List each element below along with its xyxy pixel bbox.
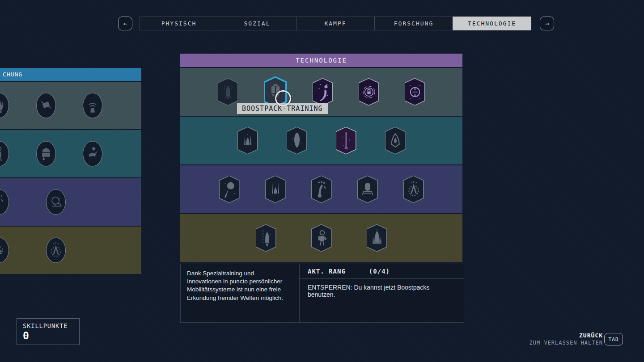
prev-tab-button[interactable]: ← xyxy=(118,17,132,30)
skill-tier-row xyxy=(180,214,462,262)
skill-tier-row xyxy=(0,178,141,226)
technologie-panel: TECHNOLOGIE xyxy=(180,54,462,262)
rocket-blunt-icon xyxy=(288,129,305,152)
skill-tier-row xyxy=(0,130,141,177)
rover-icon xyxy=(0,239,7,261)
rocket-blunt-skill-badge[interactable] xyxy=(287,127,307,155)
compass-gear-icon xyxy=(405,178,422,201)
scanner-icon xyxy=(85,94,101,117)
skill-info-panel: Dank Spezialtraining und Innovationen in… xyxy=(180,264,464,323)
compass-gear-icon xyxy=(48,239,64,261)
tab-key-label: TAB xyxy=(609,337,619,342)
jet-creature-icon xyxy=(85,143,101,165)
rank-header: AKT. RANG (0/4) xyxy=(300,264,464,279)
moon-base-skill-badge[interactable] xyxy=(46,189,66,215)
astronaut-skill-badge[interactable] xyxy=(311,224,332,252)
tab-technologie[interactable]: TECHNOLOGIE xyxy=(453,17,531,30)
glove-skill-badge[interactable] xyxy=(0,93,9,118)
skill-points-value: 0 xyxy=(23,330,79,341)
grand-ship-icon xyxy=(369,227,386,250)
lander-skill-badge[interactable] xyxy=(357,176,378,203)
next-tab-button[interactable]: → xyxy=(540,17,554,30)
back-hint: ZURÜCK ZUM VERLASSEN HALTEN xyxy=(530,332,603,346)
rank-value: (0/4) xyxy=(369,268,390,275)
ship-spires-icon xyxy=(239,129,256,152)
jet-creature-skill-badge[interactable] xyxy=(83,141,102,167)
ship-delta-skill-badge[interactable] xyxy=(385,127,406,155)
weapon-patch-icon xyxy=(38,143,54,165)
tab-key-button[interactable]: TAB xyxy=(604,333,623,345)
skill-rank-section: AKT. RANG (0/4) ENTSPERREN: Du kannst je… xyxy=(300,264,464,322)
ship-spires-skill-badge[interactable] xyxy=(237,127,258,155)
robot-arm-icon xyxy=(0,191,7,213)
ballistic-rocket-icon xyxy=(220,80,237,104)
forschung-panel-title: CHUNG xyxy=(3,71,22,78)
magnifier-planet-skill-badge[interactable] xyxy=(219,176,240,203)
robot-arm-skill-badge[interactable] xyxy=(311,176,332,203)
rocket-swoosh-icon xyxy=(314,80,331,104)
falcon-rocket-skill-badge[interactable] xyxy=(336,127,356,155)
rocket-swoosh-skill-badge[interactable] xyxy=(313,78,333,106)
astronaut-icon xyxy=(313,227,330,250)
forschung-panel: CHUNG xyxy=(0,68,141,274)
skill-points-box: SKILLPUNKTE 0 xyxy=(17,318,80,345)
rocket-launch-skill-badge[interactable] xyxy=(256,224,276,252)
glove-icon xyxy=(0,94,7,117)
ballistic-rocket-skill-badge[interactable] xyxy=(218,78,238,106)
cursor-ring-icon xyxy=(275,90,291,106)
skill-tier-row xyxy=(180,165,462,213)
hold-to-exit-hint: ZUM VERLASSEN HALTEN xyxy=(530,340,603,346)
magnifier-planet-icon xyxy=(221,178,238,201)
ship-delta-icon xyxy=(387,129,404,152)
skill-category-tabs: PHYSISCHSOZIALKAMPFFORSCHUNGTECHNOLOGIE xyxy=(140,17,531,30)
tab-forschung[interactable]: FORSCHUNG xyxy=(374,17,453,30)
skill-tier-row xyxy=(0,227,141,274)
arrow-left-icon: ← xyxy=(123,20,127,28)
spacesuit-icon xyxy=(0,143,7,165)
forschung-panel-header: CHUNG xyxy=(0,68,141,81)
technologie-panel-header: TECHNOLOGIE xyxy=(180,54,462,67)
lock-dial-skill-badge[interactable] xyxy=(359,78,379,106)
robot-arm-icon xyxy=(313,178,330,201)
compass-gear-skill-badge[interactable] xyxy=(403,176,424,203)
rocket-launch-icon xyxy=(258,227,275,250)
tab-kampf[interactable]: KAMPF xyxy=(296,17,375,30)
scanner-skill-badge[interactable] xyxy=(83,93,102,118)
skill-tier-row xyxy=(0,82,141,129)
arrow-right-icon: → xyxy=(545,20,549,28)
weapon-patch-skill-badge[interactable] xyxy=(36,141,56,167)
robot-arm-skill-badge[interactable] xyxy=(0,189,9,215)
grand-ship-skill-badge[interactable] xyxy=(367,224,387,252)
satellite-icon xyxy=(38,94,54,117)
compass-gear-skill-badge[interactable] xyxy=(46,238,66,263)
skill-description: Dank Spezialtraining und Innovationen in… xyxy=(187,269,293,302)
technologie-panel-title: TECHNOLOGIE xyxy=(296,57,347,64)
rank-label: AKT. RANG xyxy=(308,268,346,275)
skill-points-label: SKILLPUNKTE xyxy=(23,322,79,329)
tab-sozial[interactable]: SOZIAL xyxy=(218,17,297,30)
unlock-description: ENTSPERREN: Du kannst jetzt Boostpacks b… xyxy=(300,279,464,298)
lock-dial-icon xyxy=(360,80,377,104)
twin-prong-ship-skill-badge[interactable] xyxy=(265,176,286,203)
tab-physisch[interactable]: PHYSISCH xyxy=(140,17,218,30)
skill-tier-row xyxy=(180,117,462,164)
satellite-skill-badge[interactable] xyxy=(36,93,56,118)
rover-skill-badge[interactable] xyxy=(0,238,9,263)
crosshair-icon xyxy=(407,80,424,104)
crosshair-skill-badge[interactable] xyxy=(405,78,425,106)
falcon-rocket-icon xyxy=(338,129,355,152)
back-label: ZURÜCK xyxy=(530,332,603,339)
spacesuit-skill-badge[interactable] xyxy=(0,141,9,167)
skill-description-section: Dank Spezialtraining und Innovationen in… xyxy=(181,264,299,322)
moon-base-icon xyxy=(48,191,64,213)
twin-prong-ship-icon xyxy=(267,178,284,201)
lander-icon xyxy=(359,178,376,201)
